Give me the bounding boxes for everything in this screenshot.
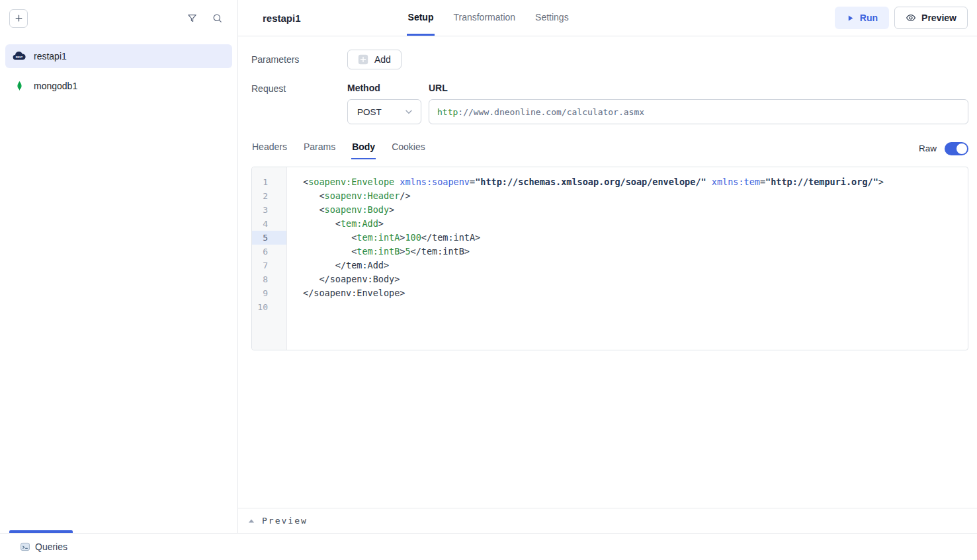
- code-line[interactable]: <soapenv:Header/>: [303, 189, 961, 203]
- line-number: 5: [252, 231, 286, 245]
- app-root: REST restapi1 mongodb1 restapi1 Setup Tr…: [0, 0, 977, 533]
- preview-collapse-bar[interactable]: Preview: [238, 508, 977, 533]
- page-title: restapi1: [263, 13, 301, 24]
- request-subtabs: Headers Params Body Cookies: [251, 141, 426, 159]
- preview-button[interactable]: Preview: [894, 7, 968, 29]
- line-number: 1: [252, 175, 286, 189]
- setup-panel: Parameters Add Request Method POST URL: [238, 36, 977, 508]
- queries-tab[interactable]: Queries: [35, 541, 67, 552]
- method-value: POST: [357, 107, 382, 117]
- url-label: URL: [429, 83, 968, 93]
- parameters-row: Parameters Add: [251, 50, 968, 69]
- queries-icon: [20, 541, 30, 552]
- play-icon: [846, 14, 855, 22]
- line-number: 3: [252, 203, 286, 217]
- raw-toggle-group: Raw: [919, 142, 968, 159]
- method-field: Method POST: [347, 83, 421, 124]
- request-row: Request Method POST URL http://www.dneon…: [251, 83, 968, 124]
- tab-body[interactable]: Body: [351, 141, 376, 159]
- url-field: URL http://www.dneonline.com/calculator.…: [429, 83, 968, 124]
- code-line[interactable]: <soapenv:Envelope xmlns:soapenv="http://…: [303, 175, 961, 189]
- line-number: 4: [252, 217, 286, 231]
- body-code-editor[interactable]: 12345678910 <soapenv:Envelope xmlns:soap…: [251, 167, 968, 350]
- mongodb-leaf-icon: [12, 80, 26, 93]
- code-line[interactable]: </soapenv:Body>: [303, 272, 961, 286]
- preview-panel-label: Preview: [262, 516, 308, 526]
- editor-code-area[interactable]: <soapenv:Envelope xmlns:soapenv="http://…: [287, 167, 968, 350]
- line-number: 2: [252, 189, 286, 203]
- tab-setup[interactable]: Setup: [407, 0, 435, 36]
- query-list: REST restapi1 mongodb1: [0, 36, 237, 98]
- sidebar-item-restapi1[interactable]: REST restapi1: [5, 44, 232, 68]
- toggle-knob: [956, 143, 967, 154]
- bottom-bar: Queries: [0, 533, 977, 560]
- tab-transformation[interactable]: Transformation: [452, 0, 517, 36]
- query-item-label: restapi1: [34, 51, 67, 61]
- queries-tab-indicator: [9, 530, 73, 533]
- code-line[interactable]: <tem:intB>5</tem:intB>: [303, 245, 961, 259]
- raw-label: Raw: [919, 143, 937, 153]
- code-line[interactable]: [303, 300, 961, 314]
- tab-headers[interactable]: Headers: [251, 141, 288, 159]
- line-number: 8: [252, 272, 286, 286]
- restapi-cloud-icon: REST: [12, 51, 26, 61]
- tab-cookies[interactable]: Cookies: [391, 141, 426, 159]
- chevron-down-icon: [404, 106, 414, 117]
- code-line[interactable]: </tem:Add>: [303, 259, 961, 272]
- line-number: 9: [252, 286, 286, 300]
- add-parameter-button[interactable]: Add: [347, 50, 402, 69]
- method-select[interactable]: POST: [347, 99, 421, 124]
- code-line[interactable]: <soapenv:Body>: [303, 203, 961, 217]
- line-number: 6: [252, 245, 286, 259]
- add-query-button[interactable]: [9, 9, 28, 28]
- raw-toggle[interactable]: [945, 142, 968, 155]
- code-line[interactable]: </soapenv:Envelope>: [303, 286, 961, 300]
- add-parameter-label: Add: [374, 54, 391, 65]
- svg-text:REST: REST: [16, 56, 23, 59]
- tab-settings[interactable]: Settings: [534, 0, 570, 36]
- url-input[interactable]: http://www.dneonline.com/calculator.asmx: [429, 99, 968, 124]
- parameters-label: Parameters: [251, 54, 347, 65]
- line-number: 10: [252, 300, 286, 314]
- request-subtabs-row: Headers Params Body Cookies Raw: [251, 141, 968, 159]
- editor-gutter: 12345678910: [252, 167, 287, 350]
- request-label: Request: [251, 83, 347, 124]
- plus-square-icon: [358, 54, 368, 65]
- line-number: 7: [252, 259, 286, 272]
- eye-icon: [906, 13, 916, 23]
- url-value: http://www.dneonline.com/calculator.asmx: [437, 107, 644, 117]
- filter-icon[interactable]: [186, 13, 198, 24]
- main-panel: restapi1 Setup Transformation Settings R…: [238, 0, 977, 533]
- method-label: Method: [347, 83, 421, 93]
- sidebar: REST restapi1 mongodb1: [0, 0, 238, 533]
- header-tabs: Setup Transformation Settings: [407, 0, 570, 36]
- code-line[interactable]: <tem:Add>: [303, 217, 961, 231]
- query-item-label: mongodb1: [34, 81, 77, 91]
- search-icon[interactable]: [211, 13, 223, 24]
- collapse-up-icon: [248, 518, 255, 524]
- run-button-label: Run: [860, 13, 878, 23]
- sidebar-item-mongodb1[interactable]: mongodb1: [5, 74, 232, 98]
- preview-button-label: Preview: [921, 13, 956, 23]
- plus-icon: [14, 13, 24, 23]
- code-line[interactable]: <tem:intA>100</tem:intA>: [303, 231, 961, 245]
- main-header: restapi1 Setup Transformation Settings R…: [238, 0, 977, 36]
- tab-params[interactable]: Params: [303, 141, 336, 159]
- run-button[interactable]: Run: [835, 7, 889, 29]
- header-actions: Run Preview: [835, 7, 968, 29]
- sidebar-toolbar: [0, 0, 237, 36]
